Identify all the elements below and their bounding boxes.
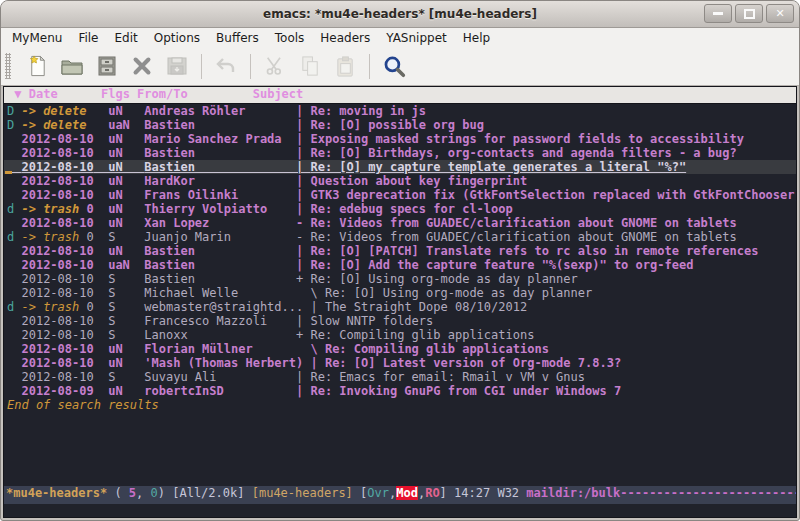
row-date: 2012-08-10 bbox=[21, 160, 93, 174]
close-buffer-icon[interactable] bbox=[128, 52, 156, 80]
row-date: 2012-08-10 bbox=[21, 174, 93, 188]
row-from: Xan Lopez bbox=[144, 216, 296, 230]
toolbar-separator bbox=[201, 54, 202, 79]
row-mark bbox=[7, 146, 21, 160]
message-row[interactable]: d -> trash 0 uN Thierry Volpiatto | Re: … bbox=[4, 202, 796, 216]
row-thread-sep: | bbox=[296, 370, 310, 384]
row-subject: Re: [O] my capture template generates a … bbox=[310, 160, 686, 174]
modeline-seg-1: ( bbox=[107, 486, 129, 500]
modeline-seg-16: maildir:/bulk bbox=[526, 486, 620, 500]
row-thread-sep: | bbox=[296, 160, 310, 174]
row-subject: Re: Videos from GUADEC/clarification abo… bbox=[310, 230, 736, 244]
row-mark: D bbox=[7, 118, 21, 132]
message-row[interactable]: 2012-08-10 uN Florian Müllner \ Re: Comp… bbox=[4, 342, 796, 356]
row-mark bbox=[7, 258, 21, 272]
message-row[interactable]: d -> trash 0 S webmaster@straightd... | … bbox=[4, 300, 796, 314]
minimize-button[interactable] bbox=[704, 4, 732, 23]
row-date: 2012-08-10 bbox=[21, 216, 93, 230]
row-subject: Exposing masked strings for password fie… bbox=[310, 132, 743, 146]
row-mark bbox=[7, 286, 21, 300]
row-from: Juanjo Marin bbox=[144, 230, 296, 244]
row-thread-sep: | bbox=[310, 300, 324, 314]
message-row[interactable]: 2012-08-10 uN Bastien | Re: [O] [PATCH] … bbox=[4, 244, 796, 258]
message-row[interactable]: 2012-08-10 S Francesco Mazzoli | Slow NN… bbox=[4, 314, 796, 328]
row-flags: uN bbox=[94, 202, 145, 216]
message-row[interactable]: 2012-08-10 S Suvayu Ali | Re: Emacs for … bbox=[4, 370, 796, 384]
message-row[interactable]: 2012-08-10 S Michael Welle \ Re: [O] Usi… bbox=[4, 286, 796, 300]
dired-icon[interactable] bbox=[93, 52, 121, 80]
row-thread-sep: | bbox=[296, 104, 310, 118]
row-flags: uaN bbox=[94, 118, 145, 132]
sort-indicator[interactable]: ▼ bbox=[14, 87, 21, 101]
new-file-icon[interactable] bbox=[23, 52, 51, 80]
row-subject: Question about key fingerprint bbox=[310, 174, 527, 188]
row-date: 2012-08-10 bbox=[21, 188, 93, 202]
message-row[interactable]: 2012-08-10 uN Bastien | Re: [O] my captu… bbox=[4, 160, 796, 174]
row-action-pad: 0 bbox=[79, 300, 93, 314]
modeline-seg-11: Mod bbox=[396, 486, 418, 500]
toolbar-drag-handle-icon[interactable] bbox=[5, 53, 11, 79]
row-from: webmaster@straightd... bbox=[144, 300, 310, 314]
message-row[interactable]: 2012-08-10 uN Bastien | Re: [O] Birthday… bbox=[4, 146, 796, 160]
row-thread-sep: | bbox=[296, 314, 310, 328]
menu-item-tools[interactable]: Tools bbox=[267, 29, 313, 47]
message-row[interactable]: 2012-08-10 uN Xan Lopez - Re: Videos fro… bbox=[4, 216, 796, 230]
message-row[interactable]: 2012-08-10 uaN Bastien | Re: [O] Add the… bbox=[4, 258, 796, 272]
close-button[interactable]: ✕ bbox=[766, 4, 794, 23]
open-file-icon[interactable] bbox=[58, 52, 86, 80]
echo-area bbox=[4, 504, 796, 517]
row-flags: uN bbox=[94, 174, 145, 188]
row-action-pad: 0 bbox=[79, 202, 93, 216]
row-date: 2012-08-10 bbox=[21, 244, 93, 258]
menu-item-edit[interactable]: Edit bbox=[107, 29, 146, 47]
message-row[interactable]: D -> delete uaN Bastien | Re: [O] possib… bbox=[4, 118, 796, 132]
message-row[interactable]: 2012-08-10 S Lanoxx + Re: Compiling glib… bbox=[4, 328, 796, 342]
row-from: Mario Sanchez Prada bbox=[144, 132, 296, 146]
row-subject: Re: Emacs for email: Rmail v VM v Gnus bbox=[310, 370, 585, 384]
row-subject: Re: [O] possible org bug bbox=[310, 118, 483, 132]
row-flags: S bbox=[94, 328, 145, 342]
header-column-from[interactable]: From/To bbox=[137, 87, 188, 101]
menu-item-mymenu[interactable]: MyMenu bbox=[4, 29, 70, 47]
paste-icon bbox=[331, 52, 359, 80]
message-row[interactable]: 2012-08-10 uN Frans Oilinki | GTK3 depre… bbox=[4, 188, 796, 202]
menu-bar: MyMenuFileEditOptionsBuffersToolsHeaders… bbox=[1, 28, 799, 47]
message-row[interactable]: d -> trash 0 S Juanjo Marin - Re: Videos… bbox=[4, 230, 796, 244]
message-row[interactable]: 2012-08-10 uN Mario Sanchez Prada | Expo… bbox=[4, 132, 796, 146]
row-action: -> trash bbox=[21, 230, 79, 244]
row-mark bbox=[7, 370, 21, 384]
row-flags: uN bbox=[94, 342, 145, 356]
menu-item-file[interactable]: File bbox=[70, 29, 106, 47]
maximize-button[interactable] bbox=[735, 4, 763, 23]
menu-item-buffers[interactable]: Buffers bbox=[208, 29, 267, 47]
message-row[interactable]: 2012-08-09 uN robertcInSD | Re: Invoking… bbox=[4, 384, 796, 398]
row-mark bbox=[7, 384, 21, 398]
header-column-flags[interactable]: Flgs bbox=[101, 87, 130, 101]
row-from: Bastien bbox=[144, 160, 296, 174]
menu-item-yasnippet[interactable]: YASnippet bbox=[378, 29, 455, 47]
header-column-date[interactable]: Date bbox=[29, 87, 58, 101]
message-row[interactable]: 2012-08-10 S Bastien + Re: [O] Using org… bbox=[4, 272, 796, 286]
message-row[interactable]: D -> delete uN Andreas Röhler | Re: movi… bbox=[4, 104, 796, 118]
message-row[interactable]: 2012-08-10 uN 'Mash (Thomas Herbert) | R… bbox=[4, 356, 796, 370]
row-date: 2012-08-10 bbox=[21, 146, 93, 160]
modeline-seg-13: RO bbox=[425, 486, 439, 500]
row-flags: uN bbox=[94, 160, 145, 174]
modeline-seg-5: ) bbox=[158, 486, 172, 500]
row-from: Suvayu Ali bbox=[144, 370, 296, 384]
header-column-subject[interactable]: Subject bbox=[253, 87, 304, 101]
row-subject: Re: edebug specs for cl-loop bbox=[310, 202, 512, 216]
row-from: Bastien bbox=[144, 146, 296, 160]
menu-item-headers[interactable]: Headers bbox=[312, 29, 378, 47]
message-row[interactable]: 2012-08-10 uN HardKor | Question about k… bbox=[4, 174, 796, 188]
row-thread-sep: | bbox=[296, 244, 310, 258]
row-from: Michael Welle bbox=[144, 286, 296, 300]
search-icon[interactable] bbox=[380, 52, 408, 80]
menu-item-help[interactable]: Help bbox=[455, 29, 498, 47]
menu-item-options[interactable]: Options bbox=[146, 29, 208, 47]
row-from: Frans Oilinki bbox=[144, 188, 296, 202]
row-subject: Re: [O] Add the capture feature "%(sexp)… bbox=[310, 258, 693, 272]
row-flags: S bbox=[94, 314, 145, 328]
modeline-seg-9: Ovr bbox=[367, 486, 389, 500]
row-mark bbox=[7, 272, 21, 286]
